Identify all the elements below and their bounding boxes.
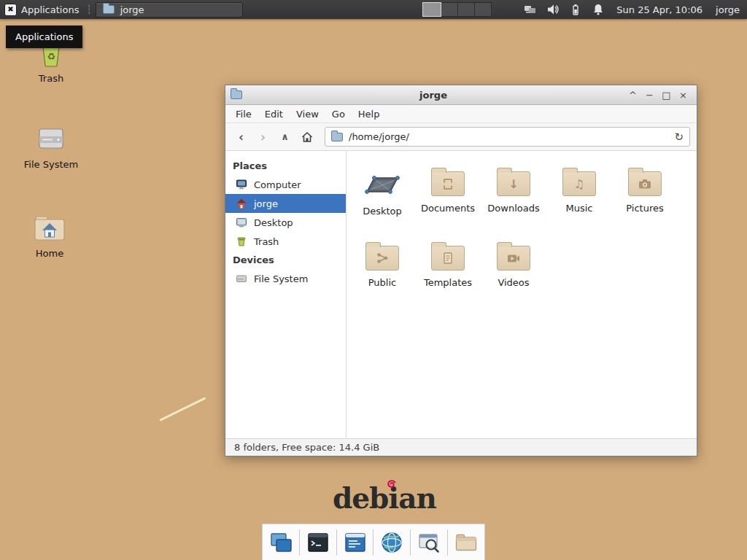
dock-item-terminal[interactable] [303, 528, 333, 557]
volume-icon[interactable] [546, 3, 560, 16]
sidebar-item-label: jorge [254, 198, 278, 209]
debian-swirl-icon [386, 479, 398, 491]
close-button[interactable]: × [675, 90, 692, 101]
dock-separator [410, 529, 411, 556]
panel-username[interactable]: jorge [716, 4, 740, 15]
sidebar-item-jorge[interactable]: jorge [225, 194, 346, 213]
dock-item-app-finder[interactable] [414, 528, 444, 557]
applications-menu-button[interactable]: ✖ Applications [0, 0, 85, 19]
menu-file[interactable]: File [229, 106, 258, 122]
file-item-templates[interactable]: Templates [415, 236, 481, 310]
window-titlebar[interactable]: jorge ^ − □ × [225, 85, 697, 105]
statusbar-text: 8 folders, Free space: 14.4 GiB [234, 442, 379, 453]
file-item-pictures[interactable]: Pictures [612, 161, 678, 236]
menu-edit[interactable]: Edit [258, 106, 290, 122]
panel-separator-handle: ┆ [86, 5, 91, 14]
share-emblem-icon [366, 246, 398, 270]
desktop-icon [236, 217, 247, 228]
file-grid: Desktop Documents ↓ Downloads ♫ Music [347, 151, 697, 438]
file-label: Documents [421, 203, 475, 214]
xfce-logo-icon: ✖ [4, 4, 17, 16]
windows-icon [268, 530, 293, 555]
file-item-videos[interactable]: Videos [481, 236, 546, 310]
folder-icon [103, 5, 115, 14]
file-label: Videos [498, 277, 529, 288]
drive-icon [236, 273, 247, 284]
path-text: /home/jorge/ [349, 131, 409, 142]
file-manager-folder-icon [454, 530, 479, 555]
taskbar-window-button[interactable]: jorge [96, 2, 243, 18]
tooltip-text: Applications [15, 31, 73, 42]
file-item-desktop[interactable]: Desktop [349, 161, 415, 236]
statusbar: 8 folders, Free space: 14.4 GiB [225, 438, 697, 456]
home-icon [301, 131, 314, 144]
maximize-button[interactable]: □ [658, 90, 675, 101]
menu-view[interactable]: View [290, 106, 325, 122]
window-content: Places Computer jorge [225, 151, 697, 438]
dock-item-web-browser[interactable] [377, 528, 406, 557]
sidebar-item-trash[interactable]: Trash [225, 232, 346, 251]
wallpaper-scratch-line [159, 397, 206, 421]
folder-icon: ↓ [497, 171, 530, 196]
desktop-icon-label: Home [36, 248, 63, 259]
sidebar-item-desktop[interactable]: Desktop [225, 213, 346, 232]
file-item-music[interactable]: ♫ Music [546, 161, 612, 236]
dock-separator [336, 529, 337, 556]
file-label: Pictures [626, 203, 663, 214]
back-button[interactable]: ‹ [232, 128, 250, 146]
file-label: Downloads [487, 203, 539, 214]
file-label: Desktop [363, 206, 402, 217]
folder-icon [497, 246, 530, 271]
file-item-documents[interactable]: Documents [415, 161, 481, 236]
sidebar-item-label: File System [254, 273, 308, 284]
drive-icon [35, 122, 67, 155]
folder-icon [365, 246, 399, 271]
folder-icon [431, 171, 465, 196]
folder-icon [431, 246, 465, 271]
desktop-icon-file-system[interactable]: File System [16, 122, 86, 170]
blank-document-emblem-icon [432, 172, 464, 195]
dock-item-windows[interactable] [266, 528, 295, 557]
panel-clock[interactable]: Sun 25 Apr, 10:06 [616, 4, 703, 15]
sidebar-item-computer[interactable]: Computer [225, 175, 346, 194]
template-document-emblem-icon [432, 246, 464, 270]
menu-go[interactable]: Go [325, 106, 352, 122]
panel-right-area: Sun 25 Apr, 10:06 jorge [422, 2, 747, 17]
file-item-downloads[interactable]: ↓ Downloads [481, 161, 546, 236]
shade-button[interactable]: ^ [624, 90, 641, 101]
path-entry[interactable]: /home/jorge/ ↻ [325, 127, 690, 147]
battery-icon[interactable] [569, 3, 582, 16]
sidebar-item-label: Desktop [254, 217, 293, 228]
forward-button[interactable]: › [254, 128, 272, 146]
menu-help[interactable]: Help [352, 106, 387, 122]
applications-menu-label: Applications [21, 4, 79, 15]
desktop-icon-label: Trash [39, 73, 63, 84]
notifications-bell-icon[interactable] [592, 3, 605, 16]
dock-item-file-manager[interactable] [452, 528, 481, 557]
sidebar-item-file-system[interactable]: File System [225, 269, 346, 288]
workspace-2[interactable] [441, 2, 458, 17]
trash-icon [236, 236, 247, 247]
reload-icon[interactable]: ↻ [674, 131, 684, 144]
file-label: Public [368, 277, 396, 288]
dock-separator [373, 529, 374, 556]
file-item-public[interactable]: Public [349, 236, 415, 310]
network-icon[interactable] [524, 3, 537, 16]
folder-icon [628, 171, 662, 196]
video-emblem-icon [498, 246, 530, 270]
sidebar-item-label: Trash [254, 236, 279, 247]
sidebar: Places Computer jorge [225, 151, 347, 438]
desktop-icon-home[interactable]: Home [15, 211, 85, 259]
workspace-3[interactable] [458, 2, 475, 17]
taskbar-window-label: jorge [120, 4, 144, 15]
home-button[interactable] [298, 128, 316, 146]
up-button[interactable]: ∧ [276, 128, 294, 146]
workspace-4[interactable] [475, 2, 492, 17]
workspace-1[interactable] [422, 2, 441, 17]
debian-logo-text: debian [333, 481, 436, 515]
dock-item-blue-terminal[interactable] [341, 528, 370, 557]
minimize-button[interactable]: − [641, 90, 658, 101]
camera-emblem-icon [629, 172, 661, 195]
download-arrow-emblem-icon: ↓ [498, 172, 530, 195]
devices-heading: Devices [225, 251, 346, 269]
